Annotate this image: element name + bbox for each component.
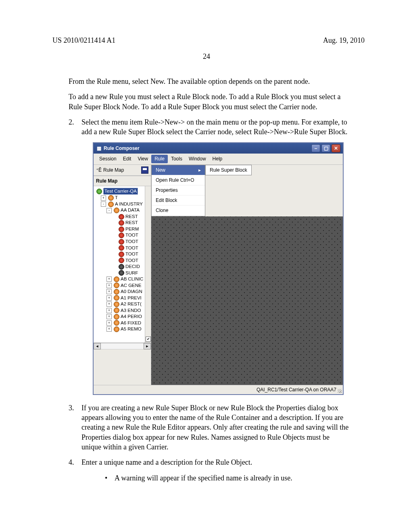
tree-node[interactable]: TOOT: [95, 245, 151, 251]
expander-icon[interactable]: +: [106, 295, 112, 301]
node-icon: [114, 320, 119, 326]
tree-node[interactable]: +A6 FIXED: [95, 320, 151, 326]
tree-node[interactable]: PERM: [95, 226, 151, 233]
node-label: AB CLINIC: [121, 276, 143, 283]
maximize-button[interactable]: ▢: [321, 144, 330, 152]
node-icon: [119, 214, 124, 220]
tree-root-selected[interactable]: Test Carrier-QA: [103, 188, 138, 195]
expander-icon[interactable]: +: [106, 308, 112, 313]
tree-node[interactable]: -A INDUSTRY: [95, 201, 151, 208]
menu-item-new[interactable]: New ▸: [152, 165, 205, 175]
list-number-2: 2.: [69, 117, 81, 137]
scroll-left-button[interactable]: ◄: [94, 343, 101, 349]
menu-view[interactable]: View: [134, 155, 151, 163]
tree-vertical-scrollbar[interactable]: ✔: [145, 186, 151, 343]
expander-icon[interactable]: +: [106, 283, 112, 288]
tree-node[interactable]: REST: [95, 214, 151, 220]
tree-node[interactable]: SURF: [95, 270, 151, 276]
node-icon: [119, 227, 124, 232]
node-label: AC GENE: [121, 283, 142, 289]
node-label: PERM: [125, 226, 139, 233]
rule-tree[interactable]: Test Carrier-QA +T-A INDUSTRY-AA DATARES…: [94, 186, 151, 343]
node-label: DECID: [125, 264, 140, 270]
submenu-arrow-icon: ▸: [198, 167, 201, 173]
bullet-icon: •: [105, 473, 115, 483]
scroll-track[interactable]: [101, 343, 144, 349]
tree-node[interactable]: TOOT: [95, 251, 151, 258]
tree-node[interactable]: +A5 REMO: [95, 326, 151, 332]
expander-icon[interactable]: +: [106, 289, 112, 294]
statusbar: QAI_RC1/Test Carrier-QA on ORAA7: [94, 385, 343, 394]
tree-node[interactable]: +A4 PERIO: [95, 314, 151, 320]
tree-node[interactable]: +AB CLINIC: [95, 276, 151, 283]
submenu-rule-super-block[interactable]: Rule Super Block: [205, 165, 252, 175]
node-label: A5 REMO: [121, 326, 142, 332]
node-icon: [119, 264, 124, 270]
menu-window[interactable]: Window: [186, 155, 209, 163]
node-label: A2 REST(: [121, 301, 142, 308]
menu-help[interactable]: Help: [209, 155, 226, 163]
expander-icon[interactable]: -: [101, 202, 106, 207]
expander-icon[interactable]: +: [106, 320, 112, 326]
tree-node[interactable]: +AC GENE: [95, 283, 151, 289]
menu-item-open-rule[interactable]: Open Rule Ctrl+O: [152, 175, 205, 185]
node-icon: [119, 245, 124, 251]
list-number-3: 3.: [69, 403, 81, 452]
tree-horizontal-scrollbar[interactable]: ◄ ►: [94, 343, 151, 349]
scrollbar-check-icon: ✔: [146, 337, 151, 342]
rule-composer-window: ▦ Rule Composer – ▢ ✕ Session Edit View …: [93, 142, 344, 395]
tree-node[interactable]: +T: [95, 195, 151, 201]
expander-icon[interactable]: +: [106, 276, 112, 282]
node-icon: [114, 301, 119, 307]
node-label: A INDUSTRY: [115, 201, 143, 208]
menu-rule[interactable]: Rule: [151, 155, 168, 163]
menu-item-edit-block[interactable]: Edit Block: [152, 195, 205, 206]
node-label: REST: [125, 214, 138, 220]
header-left: US 2010/0211414 A1: [52, 36, 115, 45]
node-icon: [114, 326, 119, 332]
node-label: TOOT: [125, 258, 138, 264]
expander-icon[interactable]: +: [106, 301, 112, 307]
menu-tools[interactable]: Tools: [168, 155, 186, 163]
paragraph-intro-2: To add a new Rule you must select a Rule…: [69, 92, 351, 112]
titlebar[interactable]: ▦ Rule Composer – ▢ ✕: [94, 143, 343, 154]
minimize-button[interactable]: –: [311, 144, 320, 152]
tree-node[interactable]: TOOT: [95, 258, 151, 264]
tree-node[interactable]: REST: [95, 220, 151, 226]
node-icon: [114, 283, 119, 288]
tree-node[interactable]: +A2 REST(: [95, 301, 151, 308]
menu-item-properties[interactable]: Properties: [152, 185, 205, 195]
tree-node[interactable]: TOOT: [95, 232, 151, 239]
header-right: Aug. 19, 2010: [323, 36, 365, 45]
sidebar-toolbar-label: Rule Map: [103, 167, 124, 173]
save-icon[interactable]: [141, 166, 148, 174]
scroll-right-button[interactable]: ►: [144, 343, 151, 349]
page-number: 24: [203, 52, 210, 61]
node-label: TOOT: [125, 245, 138, 251]
expander-icon[interactable]: +: [101, 195, 106, 201]
node-label: T: [115, 195, 118, 201]
node-label: REST: [125, 220, 138, 226]
node-icon: [108, 195, 114, 201]
tree-node[interactable]: +A0 DIAGN: [95, 289, 151, 295]
tree-node[interactable]: -AA DATA: [95, 207, 151, 214]
tree-node[interactable]: DECID: [95, 264, 151, 270]
menu-edit[interactable]: Edit: [120, 155, 135, 163]
menu-item-clone[interactable]: Clone: [152, 206, 205, 216]
expander-icon[interactable]: +: [106, 314, 112, 319]
bullet-text: A warning will appear if the specified n…: [115, 473, 292, 483]
tree-icon: ⁺Ē: [96, 167, 102, 173]
close-button[interactable]: ✕: [332, 144, 340, 152]
node-icon: [114, 276, 119, 282]
carrier-icon: [96, 189, 102, 194]
node-label: TOOT: [125, 239, 138, 245]
rule-dropdown-menu: New ▸ Open Rule Ctrl+O Properties Edit B…: [151, 165, 205, 216]
tree-node[interactable]: +A3 ENDO: [95, 308, 151, 314]
tree-node[interactable]: +A1 PREVI: [95, 295, 151, 301]
expander-icon[interactable]: -: [106, 208, 112, 213]
expander-icon[interactable]: +: [106, 326, 112, 332]
menu-session[interactable]: Session: [96, 155, 120, 163]
node-icon: [114, 314, 119, 320]
tree-node[interactable]: TOOT: [95, 239, 151, 245]
node-icon: [119, 258, 124, 263]
